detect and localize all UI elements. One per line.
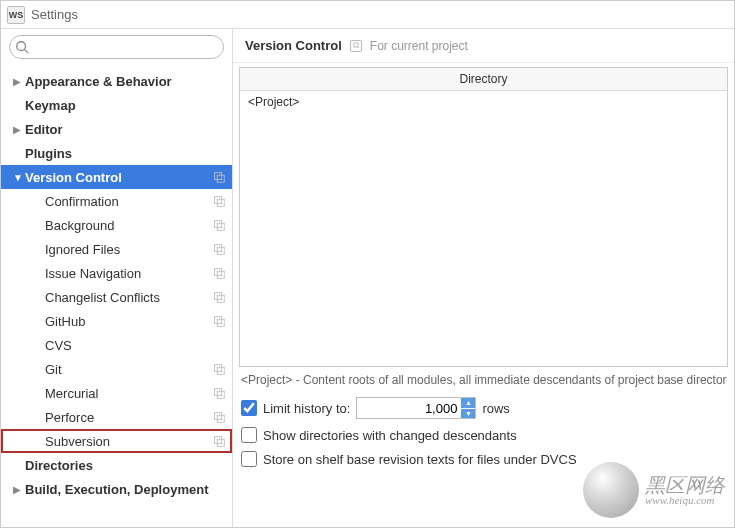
copy-icon [212,242,226,256]
svg-rect-20 [215,413,222,420]
svg-rect-5 [217,199,224,206]
store-shelf-checkbox[interactable] [241,451,257,467]
svg-rect-14 [215,317,222,324]
tree-item-confirmation[interactable]: Confirmation [1,189,232,213]
tree-item-label: Build, Execution, Deployment [25,482,226,497]
copy-icon [212,362,226,376]
search-input[interactable] [9,35,224,59]
tree-item-label: Subversion [45,434,212,449]
cell-directory: <Project> [240,91,727,113]
svg-rect-16 [215,365,222,372]
svg-line-1 [25,50,29,54]
tree-item-label: Changelist Conflicts [45,290,212,305]
tree-item-label: GitHub [45,314,212,329]
search-icon [15,40,29,54]
tree-item-label: Version Control [25,170,212,185]
tree-item-mercurial[interactable]: Mercurial [1,381,232,405]
table-row[interactable]: <Project> [240,91,727,113]
vcs-mapping-table[interactable]: Directory <Project> [239,67,728,367]
tree-item-changelist-conflicts[interactable]: Changelist Conflicts [1,285,232,309]
tree-item-label: Confirmation [45,194,212,209]
tree-item-build-execution-deployment[interactable]: ▶Build, Execution, Deployment [1,477,232,501]
chevron-right-icon: ▶ [13,76,25,87]
tree-item-label: Plugins [25,146,226,161]
page-title: Version Control [245,38,342,53]
tree-item-keymap[interactable]: Keymap [1,93,232,117]
svg-rect-11 [217,271,224,278]
tree-item-plugins[interactable]: Plugins [1,141,232,165]
tree-item-label: Mercurial [45,386,212,401]
tree-item-background[interactable]: Background [1,213,232,237]
spinner-buttons[interactable]: ▲▼ [461,398,475,418]
tree-item-perforce[interactable]: Perforce [1,405,232,429]
svg-rect-2 [215,173,222,180]
svg-rect-17 [217,367,224,374]
svg-rect-12 [215,293,222,300]
tree-item-version-control[interactable]: ▼Version Control [1,165,232,189]
show-dirs-checkbox[interactable] [241,427,257,443]
chevron-right-icon: ▶ [13,484,25,495]
ws-app-icon: WS [7,6,25,24]
tree-item-label: CVS [45,338,226,353]
tree-item-appearance-behavior[interactable]: ▶Appearance & Behavior [1,69,232,93]
table-hint: <Project> - Content roots of all modules… [239,367,728,393]
tree-item-label: Git [45,362,212,377]
tree-item-subversion[interactable]: Subversion [1,429,232,453]
svg-rect-3 [217,175,224,182]
spinner-down-icon[interactable]: ▼ [461,409,475,419]
svg-rect-7 [217,223,224,230]
sidebar: ▶Appearance & BehaviorKeymap▶EditorPlugi… [1,29,233,527]
tree-item-directories[interactable]: Directories [1,453,232,477]
window-title: Settings [31,7,78,22]
copy-icon [212,266,226,280]
svg-rect-4 [215,197,222,204]
show-dirs-label: Show directories with changed descendant… [263,428,517,443]
svg-rect-9 [217,247,224,254]
tree-item-label: Issue Navigation [45,266,212,281]
copy-icon [212,434,226,448]
copy-icon [212,170,226,184]
svg-rect-6 [215,221,222,228]
svg-rect-18 [215,389,222,396]
tree-item-editor[interactable]: ▶Editor [1,117,232,141]
tree-item-github[interactable]: GitHub [1,309,232,333]
svg-point-0 [17,42,26,51]
tree-item-label: Ignored Files [45,242,212,257]
tree-item-label: Background [45,218,212,233]
breadcrumb: Version Control ⧉ For current project [233,29,734,63]
scope-label: For current project [370,39,468,53]
store-shelf-label: Store on shelf base revision texts for f… [263,452,577,467]
settings-tree: ▶Appearance & BehaviorKeymap▶EditorPlugi… [1,65,232,527]
copy-icon [212,194,226,208]
tree-item-cvs[interactable]: CVS [1,333,232,357]
copy-icon [212,314,226,328]
tree-item-label: Perforce [45,410,212,425]
svg-rect-19 [217,391,224,398]
chevron-down-icon: ▼ [13,172,25,183]
svg-rect-22 [215,437,222,444]
limit-history-input[interactable] [356,397,476,419]
column-directory[interactable]: Directory [240,68,727,90]
svg-rect-10 [215,269,222,276]
chevron-right-icon: ▶ [13,124,25,135]
tree-item-label: Keymap [25,98,226,113]
copy-icon [212,218,226,232]
svg-rect-23 [217,439,224,446]
tree-item-git[interactable]: Git [1,357,232,381]
tree-item-label: Appearance & Behavior [25,74,226,89]
copy-icon [212,410,226,424]
limit-history-checkbox[interactable] [241,400,257,416]
tree-item-label: Directories [25,458,226,473]
scope-icon: ⧉ [350,40,362,52]
copy-icon [212,290,226,304]
svg-rect-13 [217,295,224,302]
svg-rect-21 [217,415,224,422]
tree-item-ignored-files[interactable]: Ignored Files [1,237,232,261]
tree-item-issue-navigation[interactable]: Issue Navigation [1,261,232,285]
svg-rect-15 [217,319,224,326]
copy-icon [212,386,226,400]
rows-label: rows [482,401,509,416]
limit-history-label: Limit history to: [263,401,350,416]
main-panel: Version Control ⧉ For current project Di… [233,29,734,527]
spinner-up-icon[interactable]: ▲ [461,398,475,409]
